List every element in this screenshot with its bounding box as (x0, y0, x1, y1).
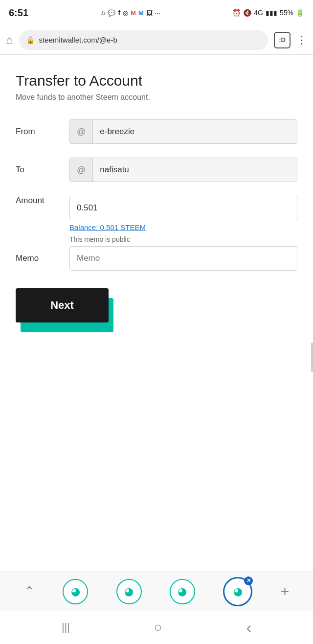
status-bar: 6:51 ♫ 💬 f ◎ M M 🖼 ··· ⏰ 🔇 4G ▮▮▮ 55% 🔋 (0, 0, 313, 25)
instagram-icon: ◎ (123, 9, 128, 17)
amount-input-group (69, 196, 297, 220)
bars-icon: ▮▮▮ (266, 9, 277, 17)
android-nav-bar: ||| ○ ‹ (0, 611, 313, 644)
page-subtitle: Move funds to another Steem account. (16, 93, 297, 102)
tab-button-1[interactable]: ◕ (63, 579, 88, 604)
next-button-wrap: Next (16, 288, 118, 332)
tab-1-icon: ◕ (71, 585, 80, 598)
music-icon: ♫ (101, 9, 106, 17)
address-bar-row: ⌂ 🔒 steemitwallet.com/@e-b :D ⋮ (0, 25, 313, 55)
dots-icon: ··· (155, 9, 160, 17)
signal-icon: 4G (254, 9, 263, 17)
lock-icon: 🔒 (26, 36, 35, 45)
to-at-symbol: @ (70, 158, 93, 182)
from-label: From (16, 127, 69, 137)
tab-circle-4-active: ◕ ✕ (223, 577, 252, 606)
page-content: Transfer to Account Move funds to anothe… (0, 55, 313, 352)
status-icons: ♫ 💬 f ◎ M M 🖼 ··· (101, 9, 160, 17)
tab-circle-1: ◕ (63, 579, 88, 604)
tab-3-icon: ◕ (178, 585, 187, 598)
memo-label: Memo (16, 253, 69, 263)
memo-field-row: Memo (16, 246, 297, 271)
alarm-icon: ⏰ (232, 9, 241, 17)
address-text: steemitwallet.com/@e-b (39, 36, 262, 44)
balance-text[interactable]: Balance: 0.501 STEEM (69, 223, 297, 231)
battery-icon: 🔋 (296, 9, 304, 17)
facebook-icon: f (118, 9, 120, 17)
nav-menu-button[interactable]: ||| (62, 621, 70, 634)
from-input-group: @ (69, 119, 297, 144)
tab-4-icon: ◕ (233, 585, 243, 598)
gmail2-icon: M (138, 9, 144, 17)
amount-field-row: Amount (16, 196, 297, 220)
tab-circle-3: ◕ (170, 579, 195, 604)
tab-2-icon: ◕ (124, 585, 134, 598)
image-icon: 🖼 (146, 9, 153, 17)
memo-input[interactable] (77, 253, 290, 263)
bottom-tab-bar: ⌃ ◕ ◕ ◕ ◕ ✕ + (0, 572, 313, 611)
tab-button-4-active[interactable]: ◕ ✕ (223, 577, 252, 606)
nav-back-button[interactable]: ‹ (246, 619, 251, 637)
address-bar[interactable]: 🔒 steemitwallet.com/@e-b (19, 30, 268, 50)
menu-dots[interactable]: ⋮ (296, 34, 307, 46)
memo-input-group (69, 246, 297, 271)
next-button[interactable]: Next (16, 288, 109, 322)
to-input-group: @ (69, 158, 297, 182)
amount-label: Amount (16, 196, 69, 206)
tab-circle-2: ◕ (116, 579, 142, 604)
memo-public-note: This memo is public (69, 235, 297, 243)
from-input[interactable] (93, 120, 297, 143)
scroll-hint (311, 343, 313, 372)
tab-button-3[interactable]: ◕ (170, 579, 195, 604)
chat-icon: 💬 (108, 9, 115, 17)
home-icon[interactable]: ⌂ (6, 33, 13, 47)
mute-icon: 🔇 (243, 9, 251, 17)
status-time: 6:51 (9, 7, 28, 19)
from-at-symbol: @ (70, 120, 93, 143)
tab-button-2[interactable]: ◕ (116, 579, 142, 604)
from-field-row: From @ (16, 119, 297, 144)
amount-input[interactable] (77, 203, 290, 213)
gmail-icon: M (131, 9, 136, 17)
to-field-row: To @ (16, 158, 297, 182)
chevron-up-icon[interactable]: ⌃ (24, 584, 35, 599)
page-title: Transfer to Account (16, 72, 297, 89)
status-right: ⏰ 🔇 4G ▮▮▮ 55% 🔋 (232, 9, 304, 17)
plus-button[interactable]: + (281, 583, 290, 600)
battery-text: 55% (280, 9, 293, 17)
to-input[interactable] (93, 158, 297, 182)
nav-home-button[interactable]: ○ (154, 620, 162, 635)
tab-icon[interactable]: :D (274, 32, 291, 48)
tab-close-badge[interactable]: ✕ (244, 576, 253, 585)
to-label: To (16, 165, 69, 175)
